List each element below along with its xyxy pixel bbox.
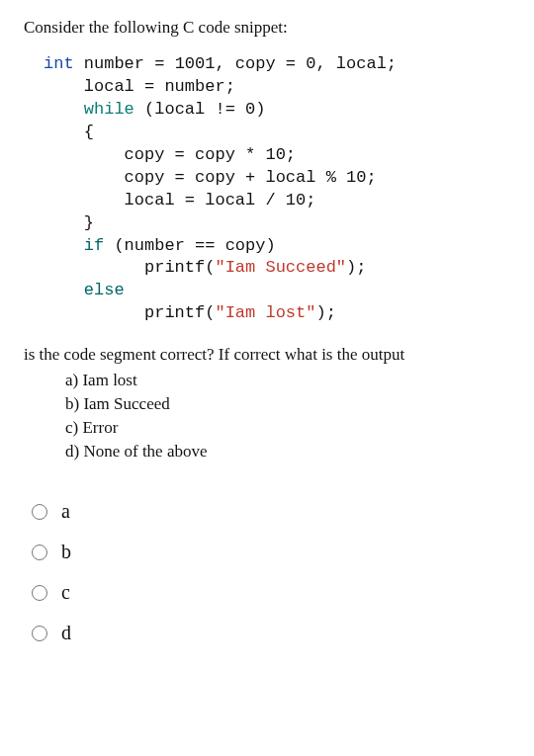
code-line-3b: (local != 0) <box>134 100 266 119</box>
code-line-1: number = 1001, copy = 0, local; <box>74 54 397 73</box>
radio-a[interactable] <box>32 504 47 520</box>
code-keyword-else: else <box>84 281 125 299</box>
radio-d-label: d <box>61 622 71 644</box>
radio-b[interactable] <box>32 545 47 560</box>
code-line-12a: printf( <box>44 303 215 322</box>
answer-radio-group: a b c d <box>32 500 534 644</box>
code-snippet: int number = 1001, copy = 0, local; loca… <box>44 53 534 325</box>
code-line-3a <box>44 100 84 119</box>
radio-c-label: c <box>61 581 70 604</box>
code-line-8: } <box>44 213 94 232</box>
radio-a-label: a <box>61 500 70 523</box>
option-b-text: b) Iam Succeed <box>65 392 534 416</box>
option-c-text: c) Error <box>65 416 534 440</box>
code-string-succeed: "Iam Succeed" <box>215 258 346 277</box>
code-line-10b: ); <box>346 258 366 277</box>
option-a-text: a) Iam lost <box>65 369 534 392</box>
code-line-9a <box>44 236 84 255</box>
question-prompt: Consider the following C code snippet: <box>24 18 534 38</box>
mc-options: a) Iam lost b) Iam Succeed c) Error d) N… <box>65 369 534 462</box>
code-string-lost: "Iam lost" <box>215 303 315 322</box>
option-d-text: d) None of the above <box>65 440 534 463</box>
code-line-12b: ); <box>315 303 335 322</box>
code-keyword-if: if <box>84 236 104 255</box>
code-line-11a <box>44 281 84 299</box>
radio-b-label: b <box>61 541 71 563</box>
code-line-2: local = number; <box>44 77 235 96</box>
code-keyword-while: while <box>84 100 134 119</box>
code-line-6: copy = copy + local % 10; <box>44 168 377 187</box>
radio-row-b: b <box>32 541 534 563</box>
radio-row-c: c <box>32 581 534 604</box>
code-line-7: local = local / 10; <box>44 191 315 210</box>
code-line-10a: printf( <box>44 258 215 277</box>
code-line-9b: (number == copy) <box>104 236 275 255</box>
radio-c[interactable] <box>32 585 47 601</box>
code-line-4: { <box>44 123 94 141</box>
radio-row-d: d <box>32 622 534 644</box>
question-text: is the code segment correct? If correct … <box>24 345 534 365</box>
radio-row-a: a <box>32 500 534 523</box>
radio-d[interactable] <box>32 626 47 641</box>
code-line-5: copy = copy * 10; <box>44 145 296 164</box>
code-keyword-int: int <box>44 54 74 73</box>
